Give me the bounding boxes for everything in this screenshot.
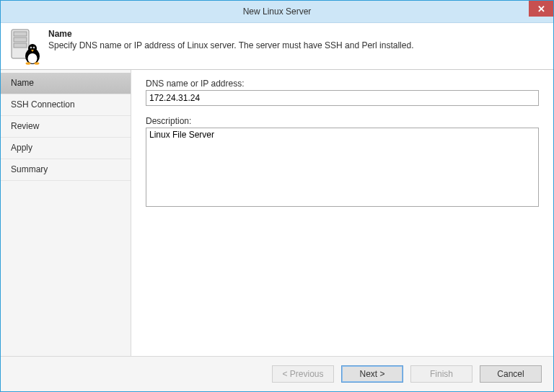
description-textarea[interactable] (146, 128, 539, 207)
svg-rect-3 (14, 43, 27, 48)
svg-rect-1 (14, 32, 27, 36)
wizard-footer: < Previous Next > Finish Cancel (1, 356, 553, 391)
sidebar-item-label: SSH Connection (11, 99, 75, 110)
header-title: Name (48, 29, 413, 39)
cancel-button[interactable]: Cancel (480, 365, 542, 383)
wizard-body: Name SSH Connection Review Apply Summary… (1, 70, 553, 356)
description-label: Description: (146, 116, 539, 126)
previous-button: < Previous (272, 365, 334, 383)
svg-point-13 (35, 62, 40, 65)
sidebar-item-label: Review (11, 121, 39, 131)
wizard-window: New Linux Server ✕ (0, 0, 554, 392)
header-text: Name Specify DNS name or IP address of L… (48, 29, 413, 50)
button-label: Cancel (497, 369, 524, 379)
linux-server-icon (11, 29, 41, 63)
close-button[interactable]: ✕ (529, 1, 553, 17)
wizard-content: DNS name or IP address: Description: (131, 70, 553, 356)
sidebar-item-review[interactable]: Review (1, 116, 131, 138)
sidebar-item-name[interactable]: Name (1, 73, 131, 94)
wizard-header: Name Specify DNS name or IP address of L… (1, 23, 553, 70)
sidebar-item-apply[interactable]: Apply (1, 138, 131, 159)
svg-point-10 (33, 47, 34, 48)
svg-point-5 (28, 53, 38, 63)
wizard-steps-sidebar: Name SSH Connection Review Apply Summary (1, 70, 131, 356)
svg-point-9 (30, 47, 31, 48)
sidebar-item-label: Name (11, 78, 34, 88)
window-title: New Linux Server (243, 6, 312, 17)
button-label: Finish (430, 369, 453, 379)
next-button[interactable]: Next > (341, 365, 403, 383)
finish-button: Finish (410, 365, 472, 383)
svg-point-12 (26, 62, 31, 65)
sidebar-item-label: Summary (11, 164, 48, 174)
title-bar: New Linux Server ✕ (1, 1, 553, 23)
sidebar-item-label: Apply (11, 143, 32, 153)
svg-rect-2 (14, 37, 27, 42)
sidebar-item-ssh[interactable]: SSH Connection (1, 94, 131, 116)
button-label: < Previous (282, 369, 323, 379)
close-icon: ✕ (537, 4, 545, 14)
sidebar-item-summary[interactable]: Summary (1, 159, 131, 181)
header-description: Specify DNS name or IP address of Linux … (48, 40, 413, 50)
dns-input[interactable] (146, 90, 539, 106)
button-label: Next > (359, 369, 384, 379)
dns-label: DNS name or IP address: (146, 79, 539, 89)
